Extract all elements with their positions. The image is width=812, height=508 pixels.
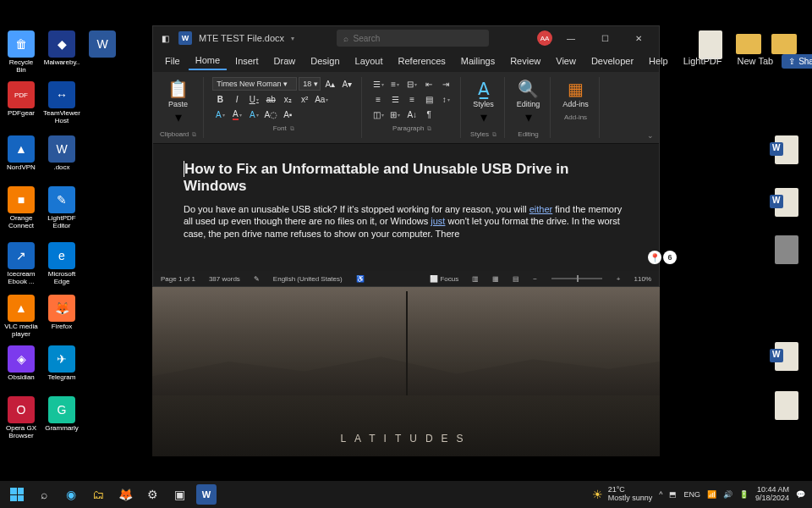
- tray-chevron-icon[interactable]: ^: [659, 490, 662, 499]
- chevron-down-icon[interactable]: ▾: [291, 35, 294, 42]
- align-left-button[interactable]: ≡: [370, 92, 386, 106]
- tab-insert[interactable]: Insert: [228, 52, 266, 69]
- tab-lightpdf[interactable]: LightPDF: [677, 52, 729, 69]
- desktop-icon-telegram[interactable]: ✈Telegram: [44, 345, 80, 382]
- word-doc-r1[interactable]: [775, 135, 798, 164]
- share-button[interactable]: ⇪ Share: [782, 54, 812, 69]
- desktop-icon-word-doc-1[interactable]: W: [85, 30, 120, 59]
- desktop-icon-recycle-bin[interactable]: 🗑Recycle Bin: [3, 30, 39, 75]
- superscript-button[interactable]: x²: [297, 92, 312, 106]
- battery-icon[interactable]: 🔋: [739, 490, 749, 499]
- bullets-button[interactable]: ☰▾: [370, 77, 386, 91]
- font-color-button[interactable]: A▾: [229, 108, 244, 121]
- shading-button[interactable]: ◫▾: [370, 108, 386, 121]
- weather-widget[interactable]: ☀ 21°CMostly sunny: [592, 486, 653, 503]
- settings-taskbar[interactable]: ⚙: [142, 484, 162, 505]
- addins-button[interactable]: ▦ Add-ins: [559, 77, 592, 110]
- page-count[interactable]: Page 1 of 1: [158, 275, 198, 283]
- firefox-taskbar[interactable]: 🦊: [115, 484, 135, 505]
- spellcheck-icon[interactable]: ✎: [251, 275, 262, 283]
- grow-font-button[interactable]: A▴: [322, 77, 337, 91]
- notification-badge[interactable]: 📍 6: [648, 251, 677, 264]
- collapse-ribbon-button[interactable]: ⌄: [647, 131, 654, 140]
- search-bar[interactable]: ⌕: [337, 30, 489, 47]
- desktop-icon-pdfgear[interactable]: PDFPDFgear: [3, 81, 39, 118]
- desktop-icon-edge[interactable]: eMicrosoft Edge: [44, 242, 80, 286]
- word-doc-r2[interactable]: [775, 188, 798, 217]
- underline-button[interactable]: U▾: [246, 92, 261, 106]
- notifications-button[interactable]: 💬: [796, 490, 805, 499]
- align-center-button[interactable]: ☰: [387, 92, 403, 106]
- start-button[interactable]: [7, 484, 27, 505]
- decrease-indent-button[interactable]: ⇤: [421, 77, 436, 91]
- desktop-icon-vlc[interactable]: ▲VLC media player: [3, 295, 39, 339]
- desktop-icon-malwarebytes[interactable]: ◆Malwareby..: [44, 30, 80, 67]
- tray-app-icon[interactable]: ⬒: [669, 490, 677, 499]
- tab-mailings[interactable]: Mailings: [454, 52, 502, 69]
- zoom-out-button[interactable]: −: [530, 275, 540, 283]
- tab-view[interactable]: View: [549, 52, 583, 69]
- desktop-icon-opera-gx[interactable]: OOpera GX Browser: [3, 396, 39, 440]
- tab-home[interactable]: Home: [189, 52, 227, 70]
- text-effects-button[interactable]: A▾: [246, 108, 261, 121]
- file-doc-r3[interactable]: [775, 235, 798, 264]
- zoom-level[interactable]: 110%: [632, 275, 654, 283]
- app-taskbar[interactable]: ▣: [169, 484, 189, 505]
- document-page[interactable]: How to Fix an Unformattable and Unusable…: [153, 144, 659, 271]
- align-right-button[interactable]: ≡: [404, 92, 420, 106]
- clear-format-button[interactable]: A◌: [263, 108, 278, 121]
- folder-2[interactable]: [771, 34, 797, 54]
- font-size-select[interactable]: 18▾: [299, 77, 321, 91]
- print-layout-icon[interactable]: ▦: [490, 275, 502, 283]
- read-mode-icon[interactable]: ▥: [469, 275, 481, 283]
- titlebar[interactable]: ◧ W MTE TEST File.docx ▾ ⌕ AA — ☐ ✕: [153, 26, 659, 50]
- desktop-icon-teamviewer[interactable]: ↔TeamViewer Host: [44, 81, 80, 125]
- word-count[interactable]: 387 words: [206, 275, 243, 283]
- tab-layout[interactable]: Layout: [348, 52, 390, 69]
- desktop-icon-orange-connect[interactable]: ■Orange Connect: [3, 186, 39, 230]
- desktop-icon-docx-1[interactable]: W.docx: [44, 135, 80, 172]
- language[interactable]: English (United States): [271, 275, 345, 283]
- highlight-button[interactable]: A▾: [212, 108, 228, 121]
- desktop-icon-grammarly[interactable]: GGrammarly: [44, 396, 80, 433]
- search-button[interactable]: ⌕: [34, 484, 54, 505]
- desktop-icon-icecream[interactable]: ↗Icecream Ebook ...: [3, 242, 39, 286]
- tab-references[interactable]: References: [392, 52, 453, 69]
- numbering-button[interactable]: ≡▾: [387, 77, 403, 91]
- close-button[interactable]: ✕: [623, 28, 654, 48]
- autosave-toggle[interactable]: ◧: [158, 31, 172, 45]
- minimize-button[interactable]: —: [556, 28, 586, 48]
- focus-mode[interactable]: ⬜ Focus: [427, 275, 461, 283]
- shrink-font-button[interactable]: A▾: [339, 77, 354, 91]
- zoom-in-button[interactable]: +: [614, 275, 623, 283]
- wifi-icon[interactable]: 📶: [707, 490, 716, 499]
- char-shading-button[interactable]: A▪: [280, 108, 295, 121]
- file-doc-r5[interactable]: [775, 391, 798, 420]
- tab-new-tab[interactable]: New Tab: [731, 52, 781, 69]
- italic-button[interactable]: I: [229, 92, 244, 106]
- word-taskbar[interactable]: W: [196, 484, 217, 505]
- subscript-button[interactable]: x₂: [280, 92, 295, 106]
- volume-icon[interactable]: 🔊: [723, 490, 732, 499]
- strike-button[interactable]: ab: [263, 92, 278, 106]
- zoom-slider[interactable]: [551, 278, 602, 279]
- paste-button[interactable]: 📋 Paste ▾: [164, 77, 192, 127]
- editing-button[interactable]: 🔍 Editing▾: [513, 77, 544, 127]
- desktop-icon-firefox[interactable]: 🦊Firefox: [44, 295, 80, 331]
- sort-button[interactable]: A↓: [404, 108, 420, 121]
- styles-button[interactable]: A̲ Styles▾: [469, 77, 497, 127]
- desktop-icon-nordvpn[interactable]: ▲NordVPN: [3, 135, 39, 172]
- word-doc-r4[interactable]: [775, 342, 798, 371]
- increase-indent-button[interactable]: ⇥: [438, 77, 453, 91]
- language-indicator[interactable]: ENG: [683, 490, 700, 499]
- folder-1[interactable]: [736, 34, 761, 54]
- tab-developer[interactable]: Developer: [584, 52, 640, 69]
- multilevel-button[interactable]: ⊟▾: [404, 77, 420, 91]
- accessibility-icon[interactable]: ♿: [354, 275, 367, 283]
- tab-help[interactable]: Help: [642, 52, 675, 69]
- desktop-icon-lightpdf[interactable]: ✎LightPDF Editor: [44, 186, 80, 230]
- show-marks-button[interactable]: ¶: [421, 108, 436, 121]
- font-name-select[interactable]: Times New Roman▾: [212, 77, 297, 91]
- desktop-icon-obsidian[interactable]: ◈Obsidian: [3, 345, 39, 382]
- case-button[interactable]: Aa▾: [314, 92, 329, 106]
